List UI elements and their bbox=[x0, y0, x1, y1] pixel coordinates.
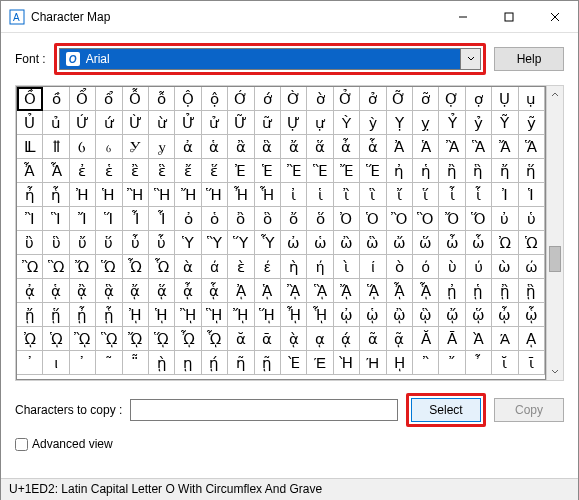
character-cell[interactable]: Ἡ bbox=[96, 183, 122, 207]
character-cell[interactable]: ὲ bbox=[228, 255, 254, 279]
character-cell[interactable]: ᾆ bbox=[175, 279, 201, 303]
character-cell[interactable]: Ừ bbox=[123, 111, 149, 135]
character-cell[interactable]: Ủ bbox=[17, 111, 43, 135]
character-cell[interactable]: Ỵ bbox=[387, 111, 413, 135]
scroll-down-button[interactable] bbox=[547, 363, 563, 380]
character-cell[interactable]: ᾁ bbox=[43, 279, 69, 303]
character-cell[interactable]: ỡ bbox=[413, 87, 439, 111]
character-cell[interactable]: Ὣ bbox=[43, 255, 69, 279]
character-cell[interactable]: Ữ bbox=[228, 111, 254, 135]
character-cell[interactable]: Ỳ bbox=[334, 111, 360, 135]
character-cell[interactable]: ῁ bbox=[123, 351, 149, 375]
character-cell[interactable]: ἱ bbox=[307, 183, 333, 207]
character-cell[interactable]: Ἆ bbox=[17, 159, 43, 183]
character-cell[interactable]: ῌ bbox=[387, 351, 413, 375]
character-cell[interactable]: Ὓ bbox=[202, 231, 228, 255]
character-cell[interactable]: ἆ bbox=[334, 135, 360, 159]
character-cell[interactable]: ὦ bbox=[439, 231, 465, 255]
character-cell[interactable]: Ỡ bbox=[387, 87, 413, 111]
character-cell[interactable]: ό bbox=[413, 255, 439, 279]
character-cell[interactable]: Ợ bbox=[439, 87, 465, 111]
maximize-button[interactable] bbox=[486, 1, 532, 32]
character-cell[interactable]: ᾊ bbox=[281, 279, 307, 303]
character-cell[interactable]: ᾎ bbox=[387, 279, 413, 303]
copy-button[interactable]: Copy bbox=[494, 398, 564, 422]
character-cell[interactable]: Ὕ bbox=[228, 231, 254, 255]
character-cell[interactable]: ᾑ bbox=[466, 279, 492, 303]
character-cell[interactable]: ᾔ bbox=[17, 303, 43, 327]
character-cell[interactable]: ự bbox=[307, 111, 333, 135]
character-cell[interactable]: ᾦ bbox=[492, 303, 518, 327]
character-cell[interactable]: ῂ bbox=[149, 351, 175, 375]
character-cell[interactable]: ἐ bbox=[70, 159, 96, 183]
advanced-view-checkbox[interactable] bbox=[15, 438, 28, 451]
character-cell[interactable]: ώ bbox=[519, 255, 545, 279]
character-cell[interactable]: ữ bbox=[255, 111, 281, 135]
scroll-track[interactable] bbox=[547, 103, 563, 363]
character-cell[interactable]: ἒ bbox=[123, 159, 149, 183]
character-cell[interactable]: ộ bbox=[202, 87, 228, 111]
character-cell[interactable]: Ή bbox=[360, 351, 386, 375]
character-cell[interactable]: ỿ bbox=[149, 135, 175, 159]
character-cell[interactable]: ἧ bbox=[43, 183, 69, 207]
character-cell[interactable]: Ὴ bbox=[334, 351, 360, 375]
character-cell[interactable]: Ἔ bbox=[334, 159, 360, 183]
character-cell[interactable]: ᾗ bbox=[96, 303, 122, 327]
character-cell[interactable]: ἢ bbox=[439, 159, 465, 183]
character-cell[interactable]: Ὲ bbox=[281, 351, 307, 375]
character-cell[interactable]: ợ bbox=[466, 87, 492, 111]
character-cell[interactable]: ή bbox=[307, 255, 333, 279]
character-cell[interactable]: ỗ bbox=[149, 87, 175, 111]
character-cell[interactable]: ᾋ bbox=[307, 279, 333, 303]
character-cell[interactable]: Ἒ bbox=[281, 159, 307, 183]
character-cell[interactable]: ᾧ bbox=[519, 303, 545, 327]
character-cell[interactable]: ᾭ bbox=[149, 327, 175, 351]
character-cell[interactable]: ί bbox=[360, 255, 386, 279]
character-cell[interactable]: ᾛ bbox=[202, 303, 228, 327]
character-cell[interactable]: ᾙ bbox=[149, 303, 175, 327]
character-cell[interactable]: ᾯ bbox=[202, 327, 228, 351]
character-cell[interactable]: Ἓ bbox=[307, 159, 333, 183]
character-cell[interactable]: ᾲ bbox=[281, 327, 307, 351]
character-cell[interactable]: Ὃ bbox=[413, 207, 439, 231]
help-button[interactable]: Help bbox=[494, 47, 564, 71]
character-cell[interactable]: Ἑ bbox=[255, 159, 281, 183]
character-cell[interactable]: ᾷ bbox=[387, 327, 413, 351]
character-cell[interactable]: Ὥ bbox=[96, 255, 122, 279]
character-cell[interactable]: ᾈ bbox=[228, 279, 254, 303]
character-cell[interactable]: ᾚ bbox=[175, 303, 201, 327]
character-cell[interactable]: ᾮ bbox=[175, 327, 201, 351]
character-cell[interactable]: Ἠ bbox=[70, 183, 96, 207]
character-cell[interactable]: ὴ bbox=[281, 255, 307, 279]
character-cell[interactable]: ᾪ bbox=[70, 327, 96, 351]
character-cell[interactable]: ὕ bbox=[96, 231, 122, 255]
character-cell[interactable]: Ἶ bbox=[123, 207, 149, 231]
character-cell[interactable]: Ὅ bbox=[466, 207, 492, 231]
character-cell[interactable]: έ bbox=[255, 255, 281, 279]
select-button[interactable]: Select bbox=[411, 398, 481, 422]
character-cell[interactable]: ở bbox=[360, 87, 386, 111]
scroll-up-button[interactable] bbox=[547, 86, 563, 103]
character-cell[interactable]: Ἵ bbox=[96, 207, 122, 231]
character-cell[interactable]: ἣ bbox=[466, 159, 492, 183]
chevron-down-icon[interactable] bbox=[460, 49, 480, 69]
character-cell[interactable]: ἵ bbox=[413, 183, 439, 207]
character-cell[interactable]: ỵ bbox=[413, 111, 439, 135]
character-cell[interactable]: ứ bbox=[96, 111, 122, 135]
character-cell[interactable]: ᾘ bbox=[123, 303, 149, 327]
character-cell[interactable]: ὁ bbox=[202, 207, 228, 231]
character-cell[interactable]: Ἷ bbox=[149, 207, 175, 231]
character-cell[interactable]: ᾩ bbox=[43, 327, 69, 351]
character-cell[interactable]: Ἦ bbox=[228, 183, 254, 207]
character-cell[interactable]: Ἕ bbox=[360, 159, 386, 183]
character-cell[interactable]: ῀ bbox=[96, 351, 122, 375]
character-cell[interactable]: ἲ bbox=[334, 183, 360, 207]
character-cell[interactable]: ὤ bbox=[387, 231, 413, 255]
character-cell[interactable]: ᾃ bbox=[96, 279, 122, 303]
character-cell[interactable]: ᾂ bbox=[70, 279, 96, 303]
character-cell[interactable]: Ớ bbox=[228, 87, 254, 111]
character-cell[interactable]: Ά bbox=[492, 327, 518, 351]
character-cell[interactable]: ᾏ bbox=[413, 279, 439, 303]
character-cell[interactable]: ἦ bbox=[17, 183, 43, 207]
character-cell[interactable]: ᾌ bbox=[334, 279, 360, 303]
